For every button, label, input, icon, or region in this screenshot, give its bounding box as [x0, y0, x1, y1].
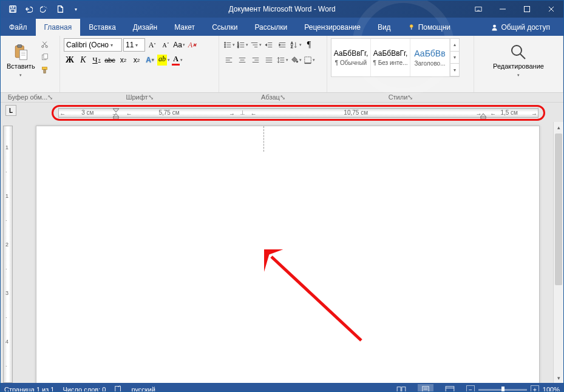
zoom-out-button[interactable]: −: [466, 385, 475, 392]
change-case-button[interactable]: Aa: [173, 39, 185, 51]
italic-button[interactable]: К: [77, 54, 89, 66]
svg-point-68: [512, 46, 522, 55]
clipboard-launcher[interactable]: ⤡: [47, 93, 53, 101]
read-mode-button[interactable]: [393, 384, 409, 392]
svg-rect-70: [114, 117, 118, 119]
tell-me-input[interactable]: Помощни: [399, 19, 459, 36]
align-left-button[interactable]: [223, 54, 235, 66]
quick-access-toolbar: ▾: [1, 2, 83, 16]
horizontal-ruler[interactable]: ← 3 см → ← 5,75 см → ⊥ ← 10,75 см → ← 1,…: [52, 105, 545, 121]
bullets-button[interactable]: [223, 39, 235, 51]
style-no-spacing[interactable]: АаБбВвГг,¶ Без инте...: [371, 39, 410, 76]
styles-expand[interactable]: ▾: [450, 64, 459, 76]
page[interactable]: [36, 126, 540, 383]
svg-point-17: [42, 46, 44, 47]
maximize-button[interactable]: [515, 1, 539, 18]
save-button[interactable]: [5, 2, 20, 16]
svg-rect-79: [446, 387, 454, 392]
svg-point-26: [224, 44, 225, 46]
sort-button[interactable]: AZ: [290, 39, 302, 51]
svg-rect-9: [411, 27, 412, 29]
format-painter-button[interactable]: [39, 64, 51, 76]
paragraph-launcher[interactable]: ⤡: [280, 93, 285, 101]
web-layout-button[interactable]: [442, 384, 458, 392]
zoom-slider[interactable]: [478, 389, 527, 391]
svg-rect-1: [11, 6, 13, 8]
shading-button[interactable]: [290, 54, 302, 66]
line-spacing-button[interactable]: [276, 54, 288, 66]
redo-button[interactable]: [37, 2, 52, 16]
styles-gallery[interactable]: АаБбВвГг,¶ Обычный АаБбВвГг,¶ Без инте..…: [331, 38, 460, 77]
font-launcher[interactable]: ⤡: [148, 93, 154, 101]
vertical-ruler[interactable]: 1· 1· 2· 3· 4·: [1, 122, 15, 383]
bold-button[interactable]: Ж: [64, 54, 76, 66]
tab-home[interactable]: Главная: [36, 19, 81, 36]
zoom-level[interactable]: 100%: [543, 386, 560, 392]
increase-indent-button[interactable]: [276, 39, 288, 51]
styles-launcher[interactable]: ⤡: [407, 93, 413, 101]
tab-references[interactable]: Ссылки: [203, 19, 246, 36]
proofing-icon[interactable]: [114, 385, 123, 392]
scroll-up-button[interactable]: ▴: [554, 122, 563, 132]
page-canvas[interactable]: [15, 122, 553, 383]
scroll-thumb[interactable]: [555, 133, 562, 285]
svg-point-8: [410, 24, 413, 27]
new-doc-button[interactable]: [53, 2, 67, 16]
borders-button[interactable]: [303, 54, 315, 66]
align-center-button[interactable]: [236, 54, 248, 66]
highlight-button[interactable]: ab: [157, 54, 170, 66]
qat-customize-button[interactable]: ▾: [69, 2, 83, 16]
svg-text:3: 3: [237, 46, 239, 49]
print-layout-button[interactable]: [418, 384, 433, 392]
font-size-combo[interactable]: 11▾: [123, 38, 145, 52]
tab-mailings[interactable]: Рассылки: [246, 19, 296, 36]
underline-button[interactable]: Ч: [90, 54, 103, 66]
tab-insert[interactable]: Вставка: [80, 19, 124, 36]
close-button[interactable]: [539, 1, 563, 18]
zoom-in-button[interactable]: +: [531, 385, 539, 392]
align-right-button[interactable]: [250, 54, 262, 66]
justify-button[interactable]: [263, 54, 275, 66]
show-marks-button[interactable]: ¶: [303, 39, 315, 51]
grow-font-button[interactable]: A˄: [146, 39, 158, 51]
minimize-button[interactable]: [491, 1, 515, 18]
status-bar: Страница 1 из 1 Число слов: 0 русский − …: [1, 383, 563, 392]
clear-formatting-button[interactable]: A✖: [186, 39, 199, 51]
paste-button[interactable]: Вставить▾: [4, 38, 38, 82]
group-styles: АаБбВвГг,¶ Обычный АаБбВвГг,¶ Без инте..…: [327, 36, 474, 92]
ribbon: Вставить▾ Calibri (Осно▾ 11▾ A˄ A˅ Aa A✖…: [1, 36, 563, 93]
scroll-down-button[interactable]: ▾: [554, 373, 563, 383]
styles-scroll-up[interactable]: ▴: [450, 39, 459, 52]
svg-line-20: [42, 41, 46, 46]
status-language[interactable]: русский: [131, 386, 155, 392]
subscript-button[interactable]: x2: [117, 54, 129, 66]
styles-scroll-down[interactable]: ▾: [450, 52, 459, 64]
undo-button[interactable]: [21, 2, 36, 16]
status-page[interactable]: Страница 1 из 1: [4, 386, 54, 392]
copy-button[interactable]: [39, 51, 51, 63]
share-button[interactable]: Общий доступ: [482, 19, 559, 36]
multilevel-list-button[interactable]: [250, 39, 262, 51]
style-heading1[interactable]: АаБбВвЗаголово...: [410, 39, 450, 76]
superscript-button[interactable]: x2: [131, 54, 143, 66]
svg-point-10: [493, 24, 496, 27]
tab-review[interactable]: Рецензирование: [296, 19, 369, 36]
shrink-font-button[interactable]: A˅: [160, 39, 172, 51]
numbering-button[interactable]: 123: [236, 39, 248, 51]
status-words[interactable]: Число слов: 0: [63, 386, 106, 392]
editing-menu-button[interactable]: Редактирование▾: [491, 38, 546, 82]
tab-design[interactable]: Дизайн: [124, 19, 166, 36]
tab-file[interactable]: Файл: [1, 19, 36, 36]
decrease-indent-button[interactable]: [263, 39, 275, 51]
tab-layout[interactable]: Макет: [166, 19, 203, 36]
style-normal[interactable]: АаБбВвГг,¶ Обычный: [331, 39, 371, 76]
text-effects-button[interactable]: A: [144, 54, 156, 66]
font-color-button[interactable]: A: [171, 54, 183, 66]
tab-selector[interactable]: L: [5, 105, 16, 116]
cut-button[interactable]: [39, 38, 51, 50]
tab-view[interactable]: Вид: [369, 19, 399, 36]
strikethrough-button[interactable]: abc: [104, 54, 116, 66]
font-name-combo[interactable]: Calibri (Осно▾: [64, 38, 122, 52]
vertical-scrollbar[interactable]: ▴ ▾: [553, 122, 563, 383]
ribbon-options-button[interactable]: [466, 1, 491, 18]
